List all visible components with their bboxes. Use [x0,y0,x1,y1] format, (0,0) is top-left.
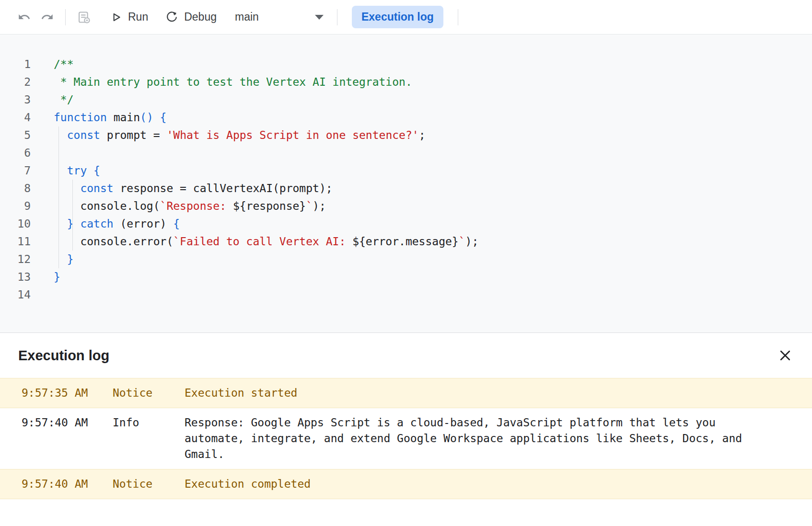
log-row: 9:57:35 AMNoticeExecution started [0,378,812,408]
line-number[interactable]: 3 [0,91,31,109]
code-line-text: */ [54,91,74,109]
log-row: 9:57:40 AMInfoResponse: Google Apps Scri… [0,408,812,469]
toolbar-divider [65,9,66,25]
redo-button[interactable] [35,6,58,29]
code-line[interactable]: 2 * Main entry point to test the Vertex … [0,73,812,91]
toolbar-divider [337,9,337,25]
line-number[interactable]: 9 [0,197,31,215]
save-project-icon [77,11,91,24]
code-line-text: } [54,251,74,268]
run-button[interactable]: Run [110,11,148,23]
indent-guide [72,180,73,251]
toolbar-divider [458,9,458,25]
undo-icon [18,11,31,23]
line-number[interactable]: 5 [0,126,31,144]
execution-log-button[interactable]: Execution log [352,6,443,28]
execution-log-header: Execution log [0,333,812,378]
code-line[interactable]: 3 */ [0,91,812,109]
code-line[interactable]: 14 [0,286,812,304]
run-button-label: Run [128,11,148,23]
close-icon [778,348,792,363]
log-timestamp: 9:57:40 AM [22,415,113,431]
log-message: Execution started [185,385,750,401]
line-number[interactable]: 7 [0,162,31,180]
line-number[interactable]: 12 [0,251,31,268]
log-level: Notice [113,476,185,492]
indent-guide [58,126,59,268]
line-number[interactable]: 4 [0,109,31,126]
function-selector[interactable]: main [235,11,324,23]
line-number[interactable]: 13 [0,268,31,286]
toolbar: Run Debug main Execution log [0,0,812,34]
code-line[interactable]: 13} [0,268,812,286]
code-line[interactable]: 9 console.log(`Response: ${response}`); [0,197,812,215]
debug-button-label: Debug [184,11,217,23]
code-line-text: console.error(`Failed to call Vertex AI:… [54,233,478,251]
code-line-text: } [54,268,60,286]
code-line[interactable]: 7 try { [0,162,812,180]
code-line[interactable]: 11 console.error(`Failed to call Vertex … [0,233,812,251]
code-line[interactable]: 1/** [0,56,812,73]
line-number[interactable]: 6 [0,144,31,162]
execution-log-panel: Execution log 9:57:35 AMNoticeExecution … [0,332,812,499]
line-number[interactable]: 10 [0,215,31,233]
debug-icon [165,11,178,23]
code-line-text: const prompt = 'What is Apps Script in o… [54,126,426,144]
line-number[interactable]: 8 [0,180,31,197]
code-line-text: const response = callVertexAI(prompt); [54,180,333,197]
close-button[interactable] [775,345,796,366]
log-message: Response: Google Apps Script is a cloud-… [185,415,750,462]
code-line-text: try { [54,162,100,180]
code-line[interactable]: 10 } catch (error) { [0,215,812,233]
log-rows: 9:57:35 AMNoticeExecution started9:57:40… [0,378,812,499]
code-line[interactable]: 4function main() { [0,109,812,126]
redo-icon [41,11,54,23]
code-line[interactable]: 5 const prompt = 'What is Apps Script in… [0,126,812,144]
log-timestamp: 9:57:40 AM [22,476,113,492]
log-row: 9:57:40 AMNoticeExecution completed [0,469,812,499]
execution-log-title: Execution log [18,348,109,364]
run-icon [110,11,122,23]
code-line-text: /** [54,56,74,73]
code-line-text: console.log(`Response: ${response}`); [54,197,326,215]
log-message: Execution completed [185,476,750,492]
line-number[interactable]: 2 [0,73,31,91]
dropdown-caret-icon [315,15,324,20]
code-line-text: * Main entry point to test the Vertex AI… [54,73,412,91]
code-line[interactable]: 6 [0,144,812,162]
save-project-button[interactable] [72,6,95,29]
log-level: Notice [113,385,185,401]
line-number[interactable]: 14 [0,286,31,304]
code-line[interactable]: 8 const response = callVertexAI(prompt); [0,180,812,197]
log-timestamp: 9:57:35 AM [22,385,113,401]
line-number[interactable]: 11 [0,233,31,251]
code-lines: 1/**2 * Main entry point to test the Ver… [0,56,812,304]
log-level: Info [113,415,185,431]
apps-script-editor: Run Debug main Execution log 1/**2 * Mai… [0,0,812,526]
code-line[interactable]: 12 } [0,251,812,268]
code-line-text: function main() { [54,109,166,126]
debug-button[interactable]: Debug [165,11,217,23]
function-selector-value: main [235,11,259,23]
undo-button[interactable] [12,6,35,29]
code-editor[interactable]: 1/**2 * Main entry point to test the Ver… [0,34,812,332]
line-number[interactable]: 1 [0,56,31,73]
